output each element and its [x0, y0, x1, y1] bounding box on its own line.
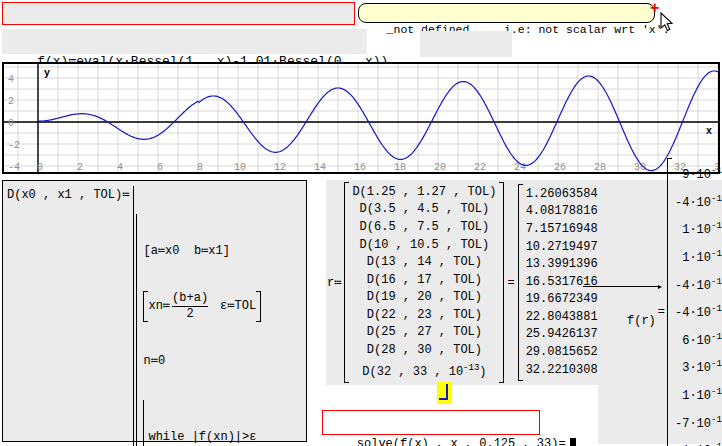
y-tick-label: 4 [8, 74, 14, 85]
mouse-pointer-icon [660, 12, 675, 33]
vector-row: D(25 , 27 , TOL) [352, 324, 496, 342]
vector-row: -4·10-15 [675, 271, 722, 299]
r-calls-column: D(1.25 , 1.27 , TOL)D(3.5 , 4.5 , TOL)D(… [349, 182, 499, 384]
tol-region[interactable]: TOL≔10-14 [420, 31, 512, 57]
program-body: [a≔x0 b≔x1] xn≔ (b+a) 2 ε≔TOL n≔0 while … [136, 214, 271, 446]
insertion-cursor [437, 382, 452, 404]
vector-row: D(6.5 , 7.5 , TOL) [352, 219, 496, 237]
worksheet: q(x)≔x·Bessel(1 , x)-1.01·Bessel(0 , x) … [0, 0, 722, 446]
x-tick-label: 0 [37, 162, 43, 172]
vector-row: 9·10-15 [675, 160, 722, 188]
crosshair-cursor-icon: + [650, 0, 660, 18]
right-bracket [499, 182, 504, 384]
program-header: D(x0 , x1 , TOL)≔ [7, 186, 129, 205]
vector-row: D(19 , 20 , TOL) [352, 289, 496, 307]
f-definition-region[interactable]: f(x)≔eval(x·Bessel(1 , x)-1.01·Bessel(0 … [2, 29, 367, 54]
y-tick-label: -4 [8, 162, 20, 172]
x-tick-label: 28 [594, 162, 606, 172]
y-axis-title: y [44, 68, 50, 79]
equals-sign: = [658, 305, 665, 319]
fr-label-text: f(r) [627, 314, 656, 328]
vector-row: D(3.5 , 4.5 , TOL) [352, 201, 496, 219]
vector-row: D(28 , 30 , TOL) [352, 342, 496, 360]
vectorize-arrow-icon [583, 282, 658, 287]
x-tick-label: 10 [234, 162, 246, 172]
fr-label: f(r) [584, 283, 656, 342]
x-tick-label: 20 [434, 162, 446, 172]
x-tick-label: 4 [117, 162, 123, 172]
fraction-denominator: 2 [172, 306, 208, 322]
vector-row: D(10 , 10.5 , TOL) [352, 237, 496, 255]
program-line-init2: xn≔ (b+a) 2 ε≔TOL [143, 291, 271, 322]
vector-row: -4·10-15 [675, 298, 722, 326]
while-header: while |f(xn)|>ε [148, 428, 271, 446]
x-tick-label: 26 [554, 162, 566, 172]
y-tick-label: -2 [8, 140, 20, 151]
vector-row: D(32 , 33 , 10-13) [352, 360, 496, 382]
x-tick-label: 8 [197, 162, 203, 172]
not-defined-tooltip: _not defined ... i.e: not scalar wrt 'x'… [358, 3, 655, 23]
x-tick-label: 18 [394, 162, 406, 172]
vector-row: 1·10-14 [675, 381, 722, 409]
x-tick-label: 22 [474, 162, 486, 172]
r-label: r≔ [327, 275, 341, 290]
x-tick-label: 16 [354, 162, 366, 172]
vector-row: D(1.25 , 1.27 , TOL) [352, 184, 496, 202]
solve-region[interactable]: solve(f(x) , x , 0.125 , 33)= [322, 410, 540, 435]
x-tick-label: 12 [274, 162, 286, 172]
right-bracket [256, 291, 261, 322]
bisection-program-region[interactable]: D(x0 , x1 , TOL)≔ [a≔x0 b≔x1] xn≔ (b+a) … [2, 180, 307, 442]
vector-row: 3·10-15 [675, 353, 722, 381]
fr-values-column: 9·10-15-4·10-151·10-141·10-14-4·10-15-4·… [672, 158, 722, 446]
xn-assign-label: xn≔ [148, 297, 170, 316]
vector-row: 6·10-16 [675, 326, 722, 354]
program-line-init1: [a≔x0 b≔x1] [143, 242, 271, 261]
epsilon-assign-label: ε≔TOL [220, 297, 256, 316]
x-tick-label: 14 [314, 162, 326, 172]
fr-values-matrix: 9·10-15-4·10-151·10-141·10-14-4·10-15-4·… [667, 158, 722, 446]
fraction: (b+a) 2 [172, 291, 208, 322]
vector-row: -7·10-15 [675, 409, 722, 437]
x-tick-label: 6 [157, 162, 163, 172]
vector-row: 1·10-14 [675, 243, 722, 271]
equals-sign: = [507, 276, 514, 290]
function-plot[interactable]: 0246810121416182022242628303234420-2-4yx [2, 62, 720, 174]
vector-row: 1·10-14 [675, 215, 722, 243]
vector-row: D(13 , 14 , TOL) [352, 254, 496, 272]
fraction-numerator: (b+a) [172, 291, 208, 306]
vector-row: 1·10-14 [675, 436, 722, 446]
program-outer-bar: [a≔x0 b≔x1] xn≔ (b+a) 2 ε≔TOL n≔0 while … [133, 186, 271, 446]
while-construct: while |f(xn)|>ε if f(xn)·f(a)≤0 b≔xn els… [143, 400, 271, 446]
fr-vector-region[interactable]: f(r) = 9·10-15-4·10-151·10-141·10-14-4·1… [598, 180, 722, 444]
solve-expression: solve(f(x) , x , 0.125 , 33)= [357, 437, 566, 446]
roots-vector-region[interactable]: r≔ D(1.25 , 1.27 , TOL)D(3.5 , 4.5 , TOL… [326, 180, 618, 385]
cursor-foot [439, 398, 448, 400]
r-calls-matrix: D(1.25 , 1.27 , TOL)D(3.5 , 4.5 , TOL)D(… [344, 182, 504, 384]
q-definition-region[interactable]: q(x)≔x·Bessel(1 , x)-1.01·Bessel(0 , x) [2, 2, 355, 25]
program-line-n-init: n≔0 [143, 352, 271, 371]
y-tick-label: 0 [8, 118, 14, 129]
x-tick-label: 2 [77, 162, 83, 172]
x-axis-title: x [706, 126, 712, 137]
plot-canvas: 0246810121416182022242628303234420-2-4yx [4, 64, 718, 172]
vector-row: D(22 , 23 , TOL) [352, 307, 496, 325]
vector-row: -4·10-15 [675, 188, 722, 216]
vector-row: D(16 , 17 , TOL) [352, 272, 496, 290]
placeholder-square[interactable] [570, 438, 576, 446]
y-tick-label: 2 [8, 96, 14, 107]
